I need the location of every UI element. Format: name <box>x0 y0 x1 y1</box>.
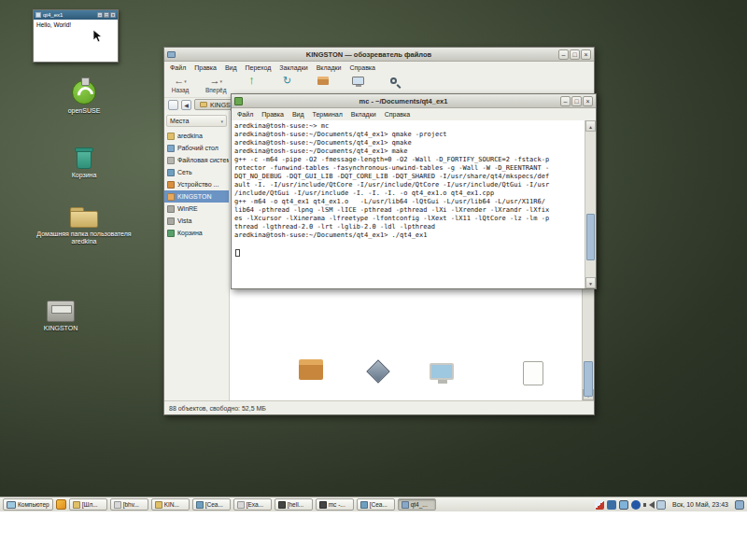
scrollbar-thumb[interactable] <box>586 214 595 260</box>
desktop-icon-trash[interactable]: Корзина <box>62 147 106 179</box>
close-button[interactable]: × <box>583 96 593 106</box>
places-dropdown[interactable]: Места ▾ <box>166 115 227 127</box>
network-icon[interactable] <box>607 500 616 510</box>
sidebar-item-desktop[interactable]: Рабочий стол <box>164 142 229 154</box>
bluetooth-icon[interactable] <box>631 500 641 510</box>
sidebar-item-winre[interactable]: WinRE <box>164 203 229 215</box>
computer-button[interactable] <box>348 75 369 85</box>
scrollbar-thumb[interactable] <box>584 361 593 397</box>
menu-view[interactable]: Вид <box>225 64 237 71</box>
hello-window-titlebar[interactable]: qt4_ex1 – □ × <box>34 10 118 20</box>
task-button[interactable]: [Сеа... <box>357 498 395 511</box>
menu-go[interactable]: Переход <box>246 64 272 71</box>
file-icon[interactable] <box>523 361 543 385</box>
package-icon <box>299 359 323 380</box>
emblem-icon <box>81 77 90 86</box>
forward-button[interactable]: →▾ Вперёд <box>205 75 227 94</box>
maximize-button[interactable]: □ <box>571 96 582 106</box>
terminal-window[interactable]: mc - ~/Documents/qt4_ex1 – □ × Файл Прав… <box>231 93 597 289</box>
menu-edit[interactable]: Правка <box>261 111 284 118</box>
edit-location-icon[interactable] <box>168 100 178 110</box>
minimize-button[interactable]: – <box>560 96 571 106</box>
search-button[interactable] <box>384 75 404 84</box>
menu-bookmarks[interactable]: Закладки <box>279 64 307 71</box>
window-title: mc - ~/Documents/qt4_ex1 <box>250 97 557 105</box>
close-button[interactable]: × <box>110 12 116 18</box>
terminal-scrollbar[interactable]: ▲ ▼ <box>585 120 596 288</box>
terminal-menubar: Файл Правка Вид Терминал Вкладки Справка <box>232 108 596 120</box>
sidebar-item-device[interactable]: Устройство ... <box>164 178 229 190</box>
desktop-icon-opensuse[interactable]: openSUSE <box>54 80 114 115</box>
task-button[interactable]: [Шл... <box>69 498 107 511</box>
clipboard-icon[interactable] <box>595 500 604 510</box>
minimize-button[interactable]: – <box>97 12 103 18</box>
menu-terminal[interactable]: Терминал <box>313 111 343 118</box>
desktop[interactable]: openSUSE Корзина Домашняя папка пользова… <box>0 0 747 511</box>
close-button[interactable]: × <box>581 49 591 60</box>
task-button[interactable]: KIN... <box>151 498 190 511</box>
maximize-button[interactable]: □ <box>104 12 109 18</box>
forward-icon: → <box>209 75 219 86</box>
home-button[interactable] <box>313 75 333 85</box>
file-manager-titlebar[interactable]: KINGSTON — обозреватель файлов – □ × <box>164 48 594 62</box>
file-icon[interactable] <box>430 363 454 380</box>
clock[interactable]: Вск, 10 Май, 23:43 <box>672 501 728 508</box>
task-button-active[interactable]: qt4_... <box>398 498 436 511</box>
terminal-output-area[interactable]: aredkina@tosh-suse:~> mc aredkina@tosh-s… <box>232 120 585 288</box>
display-icon[interactable] <box>619 500 628 510</box>
menu-file[interactable]: Файл <box>170 64 186 71</box>
task-button[interactable]: [Exa... <box>233 498 272 511</box>
task-button[interactable]: [hell... <box>275 498 313 511</box>
menu-view[interactable]: Вид <box>292 111 304 118</box>
menu-edit[interactable]: Правка <box>194 64 217 71</box>
scroll-up-icon[interactable]: ▲ <box>585 120 596 132</box>
browser-icon <box>360 501 368 509</box>
terminal-icon <box>278 501 286 509</box>
minimize-button[interactable]: – <box>558 49 569 60</box>
sidebar-item-network[interactable]: Сеть <box>164 166 229 178</box>
menu-tabs[interactable]: Вкладки <box>317 64 342 71</box>
hello-world-window[interactable]: qt4_ex1 – □ × Hello, World! <box>33 9 119 63</box>
sidebar-item-aredkina[interactable]: aredkina <box>164 130 229 142</box>
menu-file[interactable]: Файл <box>237 111 253 118</box>
status-bar: 88 объектов, свободно: 52,5 МБ <box>164 400 594 414</box>
usb-device-icon <box>167 193 175 201</box>
back-button[interactable]: ←▾ Назад <box>170 75 190 94</box>
up-button[interactable]: ↑ <box>242 75 262 87</box>
file-icon[interactable] <box>370 363 387 380</box>
reload-button[interactable]: ↻ <box>277 75 298 87</box>
network-icon <box>167 169 175 176</box>
breadcrumb-scroll-left-icon[interactable]: ◀ <box>181 100 191 110</box>
menu-help[interactable]: Справка <box>385 111 410 118</box>
show-desktop-icon[interactable] <box>735 500 744 510</box>
desktop-icon-home-folder[interactable]: Домашняя папка пользователя aredkina <box>35 207 133 245</box>
window-title: KINGSTON — обозреватель файлов <box>183 50 555 59</box>
sidebar-item-trash[interactable]: Корзина <box>164 227 229 239</box>
task-button[interactable]: [bhv... <box>110 498 148 511</box>
scroll-down-icon[interactable]: ▼ <box>585 277 596 288</box>
sidebar-item-vista[interactable]: Vista <box>164 215 229 227</box>
screen: openSUSE Корзина Домашняя папка пользова… <box>0 0 747 560</box>
menu-help[interactable]: Справка <box>350 64 375 71</box>
computer-menu-button[interactable]: Компьютер <box>3 498 53 511</box>
menu-tabs[interactable]: Вкладки <box>351 111 376 118</box>
chevron-down-icon: ▾ <box>220 119 223 124</box>
trash-icon <box>77 150 92 169</box>
chevron-down-icon: ▾ <box>184 78 187 84</box>
notes-launcher-icon[interactable] <box>56 499 66 510</box>
sidebar-item-kingston[interactable]: KINGSTON <box>164 190 229 203</box>
drive-window-icon <box>167 51 176 58</box>
folder-icon <box>200 102 207 107</box>
sidebar-item-filesystem[interactable]: Файловая система <box>164 154 229 166</box>
system-tray <box>595 500 666 510</box>
task-button[interactable]: [Сеа... <box>192 498 231 511</box>
volume-icon[interactable] <box>643 500 654 510</box>
file-icon[interactable] <box>299 359 323 380</box>
filesystem-icon <box>167 157 175 164</box>
window-icon <box>402 501 409 509</box>
monitor-tray-icon[interactable] <box>656 500 666 510</box>
desktop-icon-kingston[interactable]: KINGSTON <box>26 301 95 332</box>
maximize-button[interactable]: □ <box>570 49 580 60</box>
task-button[interactable]: mc -... <box>316 498 354 511</box>
terminal-titlebar[interactable]: mc - ~/Documents/qt4_ex1 – □ × <box>232 94 596 108</box>
